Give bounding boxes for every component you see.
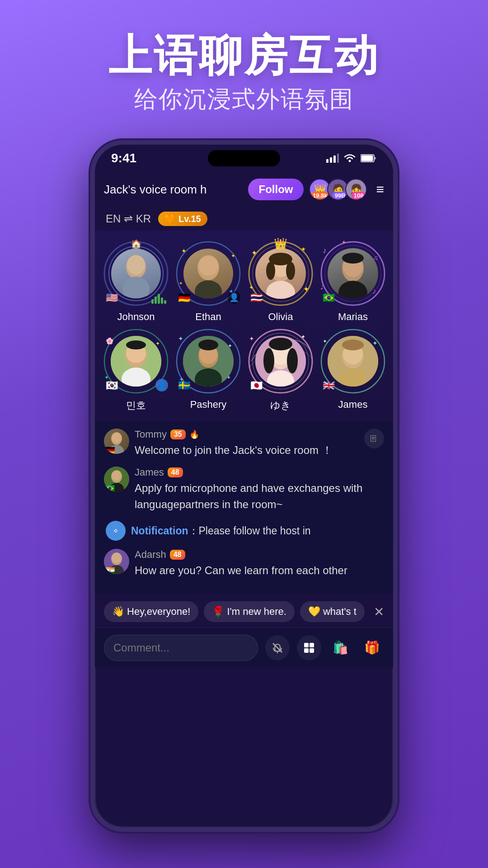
svg-point-41 xyxy=(338,281,367,299)
chat-content-james: James 48 Apply for microphone and have e… xyxy=(135,467,384,513)
mute-button[interactable] xyxy=(265,635,290,660)
svg-text:✦: ✦ xyxy=(181,247,187,255)
svg-text:✦: ✦ xyxy=(231,253,235,259)
chat-text-adarsh: How are you? Can we learn from each othe… xyxy=(135,562,384,579)
chat-username-adarsh: Adarsh 48 xyxy=(135,549,384,561)
flag-marias: 🇧🇷 xyxy=(323,292,335,304)
svg-point-19 xyxy=(195,280,222,298)
status-time: 9:41 xyxy=(111,151,136,165)
phone-frame: 9:41 Jack's voice room h F xyxy=(90,140,398,832)
notif-text: Notification：Please follow the host in xyxy=(131,524,311,538)
svg-rect-103 xyxy=(304,643,309,647)
svg-text:✦: ✦ xyxy=(179,281,183,286)
svg-rect-1 xyxy=(330,157,332,163)
slot-name-marias: Marias xyxy=(338,311,368,323)
slot-name-johnson: Johnson xyxy=(117,311,155,323)
notif-icon xyxy=(106,521,126,541)
battery-icon xyxy=(361,154,377,163)
slot-name-james: James xyxy=(338,399,368,410)
flag-yuki: 🇯🇵 xyxy=(250,380,263,392)
svg-point-20 xyxy=(198,256,218,276)
quick-msg-2[interactable]: 🌹 I'm new here. xyxy=(204,601,294,622)
chat-username-james: James 48 xyxy=(135,467,384,478)
flag-pashery: 🇸🇪 xyxy=(178,380,190,392)
svg-text:🈂: 🈂 xyxy=(370,435,377,443)
voice-slot-marias[interactable]: ♪ ♫ ♩ ♪ ✦ 🇧🇷 Marias xyxy=(319,240,387,323)
voice-slot-pashery[interactable]: ✦ ✦ ✦ ✦ 🇸🇪 Pashery xyxy=(174,327,242,412)
svg-text:✦: ✦ xyxy=(249,335,254,342)
slot-name-olivia: Olivia xyxy=(268,311,293,323)
chat-text-tommy: Welcome to join the Jack's voice room ！ xyxy=(135,442,359,458)
svg-point-81 xyxy=(342,340,364,350)
shop-button[interactable]: 🛍️ xyxy=(328,635,353,660)
svg-rect-3 xyxy=(337,154,339,163)
chat-avatar-james: 🇧🇷 xyxy=(104,467,129,492)
mini-avatar-3: 👧 108 xyxy=(345,179,367,200)
svg-point-93 xyxy=(115,530,117,532)
hero-subtitle: 给你沉浸式外语氛围 xyxy=(0,84,488,115)
svg-rect-106 xyxy=(310,648,314,653)
menu-icon[interactable]: ≡ xyxy=(376,182,384,197)
host-crown: 🏠 xyxy=(131,239,142,250)
flag-ethan: 🇩🇪 xyxy=(178,292,190,304)
svg-text:♩: ♩ xyxy=(320,283,324,291)
chat-avatar-tommy: 🇩🇪 xyxy=(104,429,129,454)
level-badge-james: 48 xyxy=(168,467,183,477)
svg-rect-6 xyxy=(361,156,373,161)
translate-icon[interactable]: 🈂 xyxy=(364,429,384,448)
chat-text-james: Apply for microphone and have exchanges … xyxy=(135,480,384,513)
quick-msg-1[interactable]: 👋 Hey,everyone! xyxy=(104,601,198,622)
chat-message-james: 🇧🇷 James 48 Apply for microphone and hav… xyxy=(104,467,384,513)
voice-slot-olivia[interactable]: ✦ ★ ✦ ✦ 👑 xyxy=(247,240,314,323)
voice-slot-minho[interactable]: 🌸 ✦ ✦ 🇰🇷 👤 민호 xyxy=(102,327,170,412)
level-badge-adarsh: 48 xyxy=(170,550,185,560)
svg-point-11 xyxy=(122,277,150,298)
svg-text:★: ★ xyxy=(301,246,306,252)
follow-button[interactable]: Follow xyxy=(248,179,304,200)
svg-rect-0 xyxy=(326,159,328,163)
svg-point-97 xyxy=(112,553,122,563)
notif-label: Notification xyxy=(131,525,188,537)
flag-johnson: 🇺🇸 xyxy=(106,292,118,304)
gift-button[interactable]: 🎁 xyxy=(360,635,384,660)
svg-point-4 xyxy=(349,160,351,162)
svg-text:✦: ✦ xyxy=(323,338,327,344)
level-badge: 🧡 Lv.15 xyxy=(158,212,207,226)
slot-name-pashery: Pashery xyxy=(190,399,227,410)
svg-text:🌸: 🌸 xyxy=(106,337,114,345)
chat-message-tommy: 🇩🇪 Tommy 35 🔥 Welcome to join the Jack's… xyxy=(104,429,384,458)
svg-text:✦: ✦ xyxy=(301,334,305,340)
chat-area: 🇩🇪 Tommy 35 🔥 Welcome to join the Jack's… xyxy=(95,421,393,594)
slot-name-minho: 민호 xyxy=(126,399,146,412)
voice-slot-james[interactable]: ✦ ✦ 🇬🇧 James xyxy=(319,327,387,412)
slot-name-ethan: Ethan xyxy=(195,311,221,323)
svg-point-71 xyxy=(269,338,292,350)
svg-point-28 xyxy=(266,281,295,299)
svg-point-31 xyxy=(266,262,275,280)
svg-rect-7 xyxy=(374,157,376,160)
chat-username-tommy: Tommy 35 🔥 xyxy=(135,429,359,440)
comment-input[interactable] xyxy=(104,635,258,661)
svg-text:✦: ✦ xyxy=(303,285,309,293)
voice-slot-johnson[interactable]: 🇺🇸 🏠 Johnson xyxy=(102,240,170,323)
svg-rect-104 xyxy=(310,643,314,647)
close-quick-msgs[interactable]: ✕ xyxy=(374,604,384,619)
grid-button[interactable] xyxy=(297,635,321,660)
level-icon: 🧡 xyxy=(164,213,176,224)
chat-content-adarsh: Adarsh 48 How are you? Can we learn from… xyxy=(135,549,384,579)
quick-msg-3[interactable]: 💛 what's t xyxy=(300,601,365,622)
bottom-bar: 🛍️ 🎁 xyxy=(95,627,393,667)
voice-slot-yuki[interactable]: ✦ ✦ 🇯🇵 ゆき xyxy=(247,327,314,412)
svg-text:♪: ♪ xyxy=(323,246,327,255)
flag-minho: 🇰🇷 xyxy=(106,380,118,392)
svg-rect-2 xyxy=(333,156,336,163)
svg-point-43 xyxy=(342,253,364,264)
svg-point-90 xyxy=(112,471,122,481)
svg-text:✦: ✦ xyxy=(342,240,346,245)
slot-name-yuki: ゆき xyxy=(270,399,291,412)
mic-indicator xyxy=(151,294,166,304)
voice-slot-ethan[interactable]: ✦ ✦ ✦ ✦ 🇩🇪 👤 Ethan xyxy=(174,240,242,323)
svg-point-84 xyxy=(112,433,122,443)
svg-rect-105 xyxy=(304,648,309,653)
voice-grid: 🇺🇸 🏠 Johnson ✦ xyxy=(95,231,393,421)
